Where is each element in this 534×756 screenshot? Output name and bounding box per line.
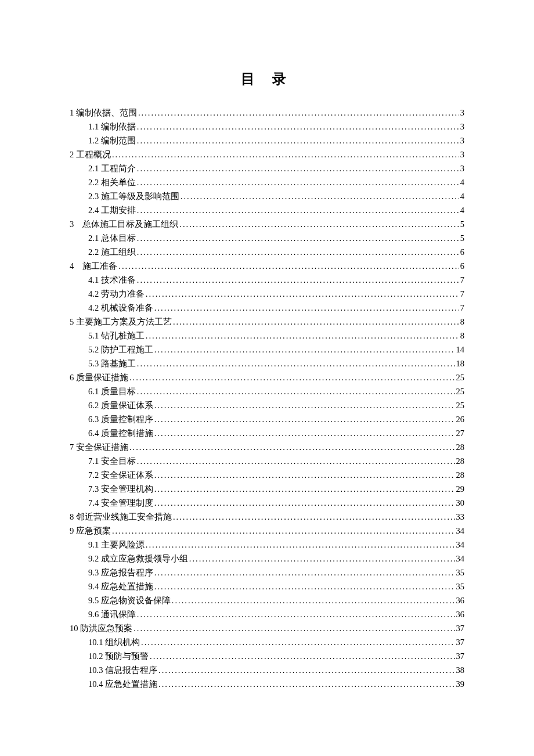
toc-entry-page: 5 (460, 231, 464, 245)
toc-entry-label: 8 邻近营业线施工安全措施 (70, 510, 172, 524)
toc-entry-label: 1.1 编制依据 (88, 120, 136, 134)
toc-entry-label: 9.2 成立应急救援领导小组 (88, 552, 188, 566)
toc-entry-page: 37 (456, 649, 465, 663)
toc-entry-label: 4.2 机械设备准备 (88, 301, 153, 315)
toc-entry-page: 34 (456, 552, 465, 566)
toc-entry-label: 7.2 安全保证体系 (88, 468, 153, 482)
toc-dot-leader (154, 412, 455, 426)
toc-entry[interactable]: 2.2 施工组织6 (70, 245, 464, 259)
toc-entry[interactable]: 1.1 编制依据3 (70, 120, 464, 134)
toc-entry[interactable]: 9.5 应急物资设备保障36 (70, 593, 464, 607)
toc-entry[interactable]: 1.2 编制范围3 (70, 134, 464, 147)
toc-entry[interactable]: 6.1 质量目标25 (70, 384, 464, 398)
toc-dot-leader (179, 217, 459, 231)
toc-dot-leader (134, 621, 454, 635)
toc-entry[interactable]: 6.4 质量控制措施27 (70, 426, 464, 440)
toc-dot-leader (129, 440, 455, 454)
toc-entry-page: 18 (456, 357, 465, 370)
toc-entry-page: 7 (460, 301, 464, 315)
toc-entry-page: 3 (460, 134, 464, 147)
toc-entry[interactable]: 7.2 安全保证体系28 (70, 468, 464, 482)
toc-entry[interactable]: 4 施工准备6 (70, 259, 464, 273)
toc-dot-leader (158, 677, 455, 691)
toc-entry[interactable]: 7.1 安全目标28 (70, 454, 464, 468)
toc-entry-page: 28 (456, 440, 465, 454)
toc-entry[interactable]: 6 质量保证措施25 (70, 370, 464, 384)
toc-dot-leader (137, 245, 459, 259)
toc-entry[interactable]: 9 应急预案34 (70, 524, 464, 538)
toc-entry[interactable]: 2 工程概况3 (70, 147, 464, 161)
toc-entry-label: 6.1 质量目标 (88, 384, 136, 398)
toc-dot-leader (137, 120, 459, 134)
toc-entry[interactable]: 5.3 路基施工18 (70, 357, 464, 370)
toc-dot-leader (181, 189, 459, 203)
toc-entry-label: 2.1 总体目标 (88, 231, 136, 245)
toc-entry[interactable]: 10 防洪应急预案37 (70, 621, 464, 635)
toc-entry[interactable]: 7.3 安全管理机构29 (70, 482, 464, 496)
toc-entry-label: 10.2 预防与预警 (88, 649, 149, 663)
toc-entry[interactable]: 8 邻近营业线施工安全措施33 (70, 510, 464, 524)
toc-entry[interactable]: 9.1 主要风险源34 (70, 538, 464, 552)
toc-entry[interactable]: 5 主要施工方案及方法工艺8 (70, 315, 464, 329)
toc-entry[interactable]: 9.6 通讯保障36 (70, 607, 464, 621)
toc-entry-label: 7.4 安全管理制度 (88, 496, 153, 510)
toc-entry[interactable]: 10.2 预防与预警37 (70, 649, 464, 663)
toc-entry-page: 8 (460, 315, 464, 329)
toc-entry-page: 34 (456, 524, 465, 538)
toc-entry-label: 9.3 应急报告程序 (88, 566, 153, 579)
toc-entry[interactable]: 2.4 工期安排4 (70, 203, 464, 217)
toc-dot-leader (112, 524, 455, 538)
toc-entry[interactable]: 2.1 工程简介3 (70, 161, 464, 175)
toc-entry-label: 2.3 施工等级及影响范围 (88, 189, 179, 203)
toc-dot-leader (137, 454, 455, 468)
toc-dot-leader (112, 147, 459, 161)
toc-entry-page: 37 (456, 621, 465, 635)
toc-dot-leader (137, 134, 459, 147)
toc-entry[interactable]: 5.1 钻孔桩施工8 (70, 329, 464, 343)
toc-entry[interactable]: 7 安全保证措施28 (70, 440, 464, 454)
toc-dot-leader (137, 384, 455, 398)
toc-entry-label: 6.4 质量控制措施 (88, 426, 153, 440)
toc-entry-page: 25 (456, 398, 465, 412)
toc-entry[interactable]: 2.3 施工等级及影响范围4 (70, 189, 464, 203)
toc-entry[interactable]: 3 总体施工目标及施工组织5 (70, 217, 464, 231)
toc-entry[interactable]: 4.2 劳动力准备7 (70, 287, 464, 301)
toc-dot-leader (154, 301, 459, 315)
toc-entry[interactable]: 7.4 安全管理制度30 (70, 496, 464, 510)
toc-entry-label: 1 编制依据、范围 (70, 106, 137, 120)
toc-entry[interactable]: 4.2 机械设备准备7 (70, 301, 464, 315)
toc-entry-label: 10.4 应急处置措施 (88, 677, 157, 691)
toc-entry[interactable]: 10.1 组织机构37 (70, 635, 464, 649)
toc-entry[interactable]: 2.1 总体目标5 (70, 231, 464, 245)
toc-entry-page: 27 (456, 426, 465, 440)
toc-entry[interactable]: 10.4 应急处置措施39 (70, 677, 464, 691)
toc-entry-page: 4 (460, 203, 464, 217)
toc-entry-label: 6.3 质量控制程序 (88, 412, 153, 426)
toc-entry[interactable]: 6.3 质量控制程序26 (70, 412, 464, 426)
toc-entry-label: 5 主要施工方案及方法工艺 (70, 315, 172, 329)
toc-entry-label: 10.1 组织机构 (88, 635, 140, 649)
toc-dot-leader (138, 106, 459, 120)
toc-entry[interactable]: 4.1 技术准备7 (70, 273, 464, 287)
toc-dot-leader (154, 426, 455, 440)
toc-entry[interactable]: 9.3 应急报告程序35 (70, 566, 464, 579)
toc-entry-label: 2.2 施工组织 (88, 245, 136, 259)
toc-dot-leader (129, 370, 455, 384)
toc-entry-label: 9.5 应急物资设备保障 (88, 593, 171, 607)
toc-entry[interactable]: 10.3 信息报告程序38 (70, 663, 464, 677)
toc-entry[interactable]: 1 编制依据、范围3 (70, 106, 464, 120)
toc-entry[interactable]: 6.2 质量保证体系25 (70, 398, 464, 412)
toc-entry-label: 4.2 劳动力准备 (88, 287, 145, 301)
toc-entry-page: 25 (456, 384, 465, 398)
toc-entry-page: 36 (456, 593, 465, 607)
toc-entry[interactable]: 5.2 防护工程施工14 (70, 343, 464, 357)
toc-entry-page: 4 (460, 175, 464, 189)
toc-entry-page: 38 (456, 663, 465, 677)
toc-dot-leader (172, 593, 455, 607)
toc-entry[interactable]: 9.4 应急处置措施35 (70, 579, 464, 593)
toc-dot-leader (137, 175, 459, 189)
toc-entry[interactable]: 9.2 成立应急救援领导小组34 (70, 552, 464, 566)
toc-dot-leader (154, 566, 455, 579)
toc-entry-label: 5.3 路基施工 (88, 357, 136, 370)
toc-entry[interactable]: 2.2 相关单位4 (70, 175, 464, 189)
